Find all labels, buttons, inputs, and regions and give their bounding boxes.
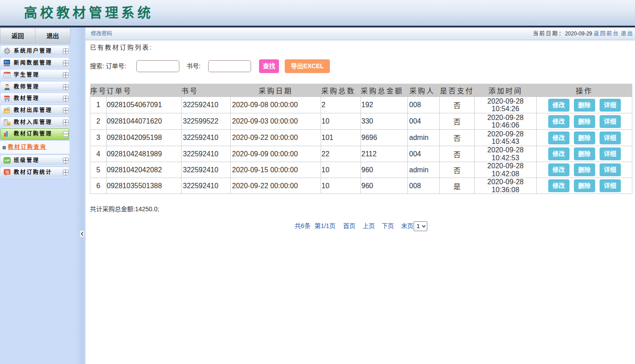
svg-text:淘: 淘 (5, 170, 9, 174)
svg-text:VIP: VIP (4, 159, 11, 163)
